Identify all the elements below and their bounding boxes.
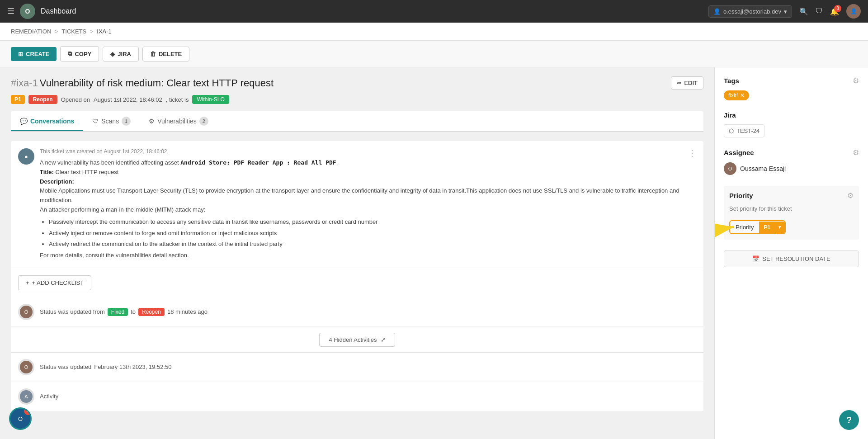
breadcrumb-tickets[interactable]: TICKETS [61,28,86,35]
tab-vulnerabilities[interactable]: ⚙ Vulnerabilities 2 [140,111,217,132]
tags-section: Tags ⚙ fixit! ✕ [724,76,859,100]
tags-section-header: Tags ⚙ [724,76,859,85]
slo-badge: Within-SLO [192,95,229,104]
conv-title-value: Clear text HTTP request [55,169,118,175]
hidden-activities-section: 4 Hidden Activities ⤢ [11,327,703,353]
conv-text: A new vulnerability has been identified … [40,158,696,260]
conv-avatar-1: ● [18,148,34,165]
jira-icon: ◈ [110,51,115,57]
avatar-icon: ● [24,153,28,160]
opened-date: August 1st 2022, 18:46:02 [94,96,162,103]
activity-to-text: to [131,308,136,315]
priority-dropdown-arrow-icon: ▾ [775,222,785,233]
shield-button[interactable]: 🛡 [816,7,823,15]
hidden-activities-button[interactable]: 4 Hidden Activities ⤢ [319,333,395,347]
tags-settings-icon[interactable]: ⚙ [853,76,859,85]
copy-icon: ⧉ [68,50,72,57]
create-icon: ⊞ [18,51,23,57]
ticket-title: Vulnerability of risk medium: Clear text… [40,77,274,89]
expand-icon: ⤢ [381,336,386,343]
scans-icon: 🛡 [92,118,99,125]
account-email: o.essaji@ostorlab.dev [723,8,781,15]
activity-status-from-text: Status was updated from [40,308,105,315]
activity-from-badge: Fixed [108,308,128,316]
conv-bullet-2: Actively inject or remove content to for… [49,229,696,238]
edit-icon: ✏ [677,80,682,86]
chevron-down-icon: ▾ [784,8,787,15]
activity-icon-2: O [18,359,34,375]
assignee-name: Oussama Essaji [740,165,786,172]
assignee-settings-icon[interactable]: ⚙ [853,148,859,157]
jira-section: Jira ⬡ TEST-24 [724,111,859,137]
resolution-date-button[interactable]: 📅 SET RESOLUTION DATE [724,250,859,267]
tab-conversations[interactable]: 💬 Conversations [11,112,83,131]
user-avatar-activity-2: O [20,361,33,373]
action-bar: ⊞ CREATE ⧉ COPY ◈ JIRA 🗑 DELETE [0,41,868,67]
ticket-header: #ixa-1 Vulnerability of risk medium: Cle… [11,76,703,90]
conv-options-button[interactable]: ⋮ [688,148,696,158]
search-icon: 🔍 [799,8,808,15]
activity-status-update: O Status was updated from Fixed to Reope… [11,297,703,327]
priority-help-text: Set priority for this ticket [729,205,854,212]
edit-button[interactable]: ✏ EDIT [671,76,703,90]
activity-to-badge: Reopen [138,308,165,316]
breadcrumb-current: IXA-1 [97,28,112,35]
copy-button[interactable]: ⧉ COPY [60,46,99,61]
conv-first-entry: ● This ticket was created on August 1st … [11,141,703,268]
center-panel: #ixa-1 Vulnerability of risk medium: Cle… [0,67,714,439]
jira-link[interactable]: ⬡ TEST-24 [724,124,764,137]
conv-footer: For more details, consult the vulnerabil… [40,252,189,259]
activity-text-3: Activity [40,393,58,400]
assignee-title: Assignee [724,149,754,156]
account-selector[interactable]: 👤 o.essaji@ostorlab.dev ▾ [708,5,792,18]
activity-date-2: February 13th 2023, 19:52:50 [94,363,171,370]
bottom-avatar-icon: O [18,415,23,422]
resolution-date-label: SET RESOLUTION DATE [762,255,830,262]
conv-desc-label: Description: [40,178,74,185]
conv-body-1: This ticket was created on August 1st 20… [40,148,696,260]
calendar-icon: 📅 [752,255,760,262]
create-button[interactable]: ⊞ CREATE [11,47,57,61]
user-avatar[interactable]: 👤 [846,4,861,19]
tab-scans[interactable]: 🛡 Scans 1 [83,111,140,132]
tag-fixit-remove[interactable]: ✕ [740,92,745,99]
jira-button[interactable]: ◈ JIRA [103,47,139,61]
assignee-row: O Oussama Essaji [724,162,859,175]
priority-settings-icon[interactable]: ⚙ [847,191,854,200]
conv-bullet-3: Actively redirect the communication to t… [49,240,696,249]
search-button[interactable]: 🔍 [799,7,808,16]
vulnerabilities-count: 2 [199,117,208,126]
activity-entry-3: A Activity [11,382,703,411]
conv-meta: This ticket was created on August 1st 20… [40,148,167,155]
hidden-activities-label: 4 Hidden Activities [329,336,377,343]
bottom-left-avatar[interactable]: O 4 [9,407,32,430]
tag-fixit: fixit! ✕ [724,90,749,100]
conv-asset: Android Store: PDF Reader App : Read All… [180,159,336,166]
scans-count: 1 [122,117,131,126]
status-badge: Reopen [28,95,57,104]
priority-dropdown-value: P1 [759,222,775,233]
add-checklist-button[interactable]: + + ADD CHECKLIST [18,275,91,290]
priority-dropdown-label: Priority [730,221,759,233]
delete-button[interactable]: 🗑 DELETE [142,47,189,61]
priority-dropdown[interactable]: Priority P1 ▾ [729,220,786,234]
help-button[interactable]: ? [839,410,859,430]
tabs-bar: 💬 Conversations 🛡 Scans 1 ⚙ Vulnerabilit… [11,111,703,132]
breadcrumb-remediation[interactable]: REMEDIATION [11,28,51,35]
conv-bullets: Passively intercept the communication to… [49,217,696,249]
notifications-button[interactable]: 🔔 3 [830,7,839,16]
tags-list: fixit! ✕ [724,90,859,100]
activity-icon-1: O [18,304,34,320]
hamburger-menu[interactable]: ☰ [7,6,14,16]
jira-section-header: Jira [724,111,859,119]
app-title: Dashboard [41,7,76,15]
activity-text-1: Status was updated from Fixed to Reopen … [40,308,208,316]
activity-text-2: Status was updated February 13th 2023, 1… [40,363,172,370]
help-icon: ? [846,415,852,425]
top-navigation: ☰ O Dashboard 👤 o.essaji@ostorlab.dev ▾ … [0,0,868,23]
add-checklist-icon: + [26,279,29,286]
user-avatar-activity: O [20,306,33,318]
activity-icon-3: A [18,388,34,405]
conv-desc-text: Mobile Applications must use Transport L… [40,187,679,203]
opened-text: Opened on [61,96,90,103]
